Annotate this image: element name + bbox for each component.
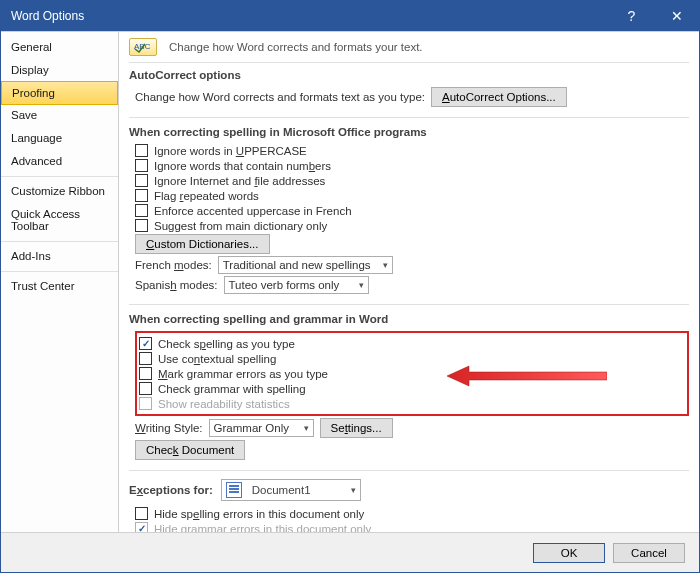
check-document-button[interactable]: Check Document bbox=[135, 440, 245, 460]
lbl-writing-style: Writing Style: bbox=[135, 422, 203, 434]
cb-main-dict[interactable] bbox=[135, 219, 148, 232]
select-exceptions-for[interactable]: Document1▾ bbox=[221, 479, 361, 501]
cb-ignore-uppercase[interactable] bbox=[135, 144, 148, 157]
lbl-french-accent: Enforce accented uppercase in French bbox=[154, 205, 352, 217]
lbl-contextual: Use contextual spelling bbox=[158, 353, 276, 365]
chevron-down-icon: ▾ bbox=[383, 260, 388, 270]
section-office-spelling: When correcting spelling in Microsoft Of… bbox=[129, 117, 689, 138]
word-options-dialog: Word Options ? ✕ General Display Proofin… bbox=[0, 0, 700, 573]
lbl-spanish-modes: Spanish modes: bbox=[135, 279, 218, 291]
lbl-ignore-numbers: Ignore words that contain numbers bbox=[154, 160, 331, 172]
close-button[interactable]: ✕ bbox=[654, 1, 699, 31]
chevron-down-icon: ▾ bbox=[351, 485, 356, 495]
cb-contextual[interactable] bbox=[139, 352, 152, 365]
highlight-box: Check spelling as you type Use contextua… bbox=[135, 331, 689, 416]
title-bar: Word Options ? ✕ bbox=[1, 1, 699, 31]
settings-button[interactable]: Settings... bbox=[320, 418, 393, 438]
lbl-readability: Show readability statistics bbox=[158, 398, 290, 410]
chevron-down-icon: ▾ bbox=[304, 423, 309, 433]
lbl-main-dict: Suggest from main dictionary only bbox=[154, 220, 327, 232]
lbl-ignore-uppercase: Ignore words in UPPERCASE bbox=[154, 145, 307, 157]
cb-hide-spell-doc[interactable] bbox=[135, 507, 148, 520]
lbl-check-spelling: Check spelling as you type bbox=[158, 338, 295, 350]
custom-dictionaries-button[interactable]: Custom Dictionaries... bbox=[135, 234, 270, 254]
select-french-modes[interactable]: Traditional and new spellings▾ bbox=[218, 256, 393, 274]
cancel-button[interactable]: Cancel bbox=[613, 543, 685, 563]
cb-mark-grammar[interactable] bbox=[139, 367, 152, 380]
sidebar: General Display Proofing Save Language A… bbox=[1, 32, 119, 532]
content-pane[interactable]: ABC Change how Word corrects and formats… bbox=[119, 32, 699, 532]
autocorrect-options-button[interactable]: AutoCorrect Options... bbox=[431, 87, 567, 107]
nav-language[interactable]: Language bbox=[1, 127, 118, 150]
lbl-hide-grammar-doc: Hide grammar errors in this document onl… bbox=[154, 523, 371, 533]
select-writing-style[interactable]: Grammar Only▾ bbox=[209, 419, 314, 437]
ok-button[interactable]: OK bbox=[533, 543, 605, 563]
nav-save[interactable]: Save bbox=[1, 104, 118, 127]
nav-proofing[interactable]: Proofing bbox=[1, 81, 118, 105]
nav-display[interactable]: Display bbox=[1, 59, 118, 82]
select-spanish-modes[interactable]: Tuteo verb forms only▾ bbox=[224, 276, 369, 294]
lbl-exceptions-for: Exceptions for: bbox=[129, 484, 213, 496]
document-icon bbox=[226, 482, 242, 498]
dialog-footer: OK Cancel bbox=[1, 532, 699, 572]
autocorrect-line: Change how Word corrects and formats tex… bbox=[135, 91, 425, 103]
window-title: Word Options bbox=[11, 9, 84, 23]
lbl-flag-repeated: Flag repeated words bbox=[154, 190, 259, 202]
nav-advanced[interactable]: Advanced bbox=[1, 150, 118, 173]
cb-flag-repeated[interactable] bbox=[135, 189, 148, 202]
chevron-down-icon: ▾ bbox=[359, 280, 364, 290]
section-word-spelling: When correcting spelling and grammar in … bbox=[129, 304, 689, 325]
lbl-mark-grammar: Mark grammar errors as you type bbox=[158, 368, 328, 380]
cb-grammar-with-spell[interactable] bbox=[139, 382, 152, 395]
nav-customize-ribbon[interactable]: Customize Ribbon bbox=[1, 180, 118, 203]
header-text: Change how Word corrects and formats you… bbox=[169, 41, 423, 53]
nav-add-ins[interactable]: Add-Ins bbox=[1, 245, 118, 268]
help-button[interactable]: ? bbox=[609, 1, 654, 31]
cb-readability bbox=[139, 397, 152, 410]
lbl-hide-spell-doc: Hide spelling errors in this document on… bbox=[154, 508, 364, 520]
nav-quick-access-toolbar[interactable]: Quick Access Toolbar bbox=[1, 203, 118, 238]
nav-trust-center[interactable]: Trust Center bbox=[1, 275, 118, 298]
cb-ignore-internet[interactable] bbox=[135, 174, 148, 187]
lbl-grammar-with-spell: Check grammar with spelling bbox=[158, 383, 306, 395]
lbl-french-modes: French modes: bbox=[135, 259, 212, 271]
lbl-ignore-internet: Ignore Internet and file addresses bbox=[154, 175, 325, 187]
cb-ignore-numbers[interactable] bbox=[135, 159, 148, 172]
cb-french-accent[interactable] bbox=[135, 204, 148, 217]
cb-check-spelling[interactable] bbox=[139, 337, 152, 350]
abc-check-icon: ABC bbox=[129, 38, 157, 56]
section-autocorrect: AutoCorrect options bbox=[129, 69, 689, 81]
nav-general[interactable]: General bbox=[1, 36, 118, 59]
cb-hide-grammar-doc bbox=[135, 522, 148, 532]
